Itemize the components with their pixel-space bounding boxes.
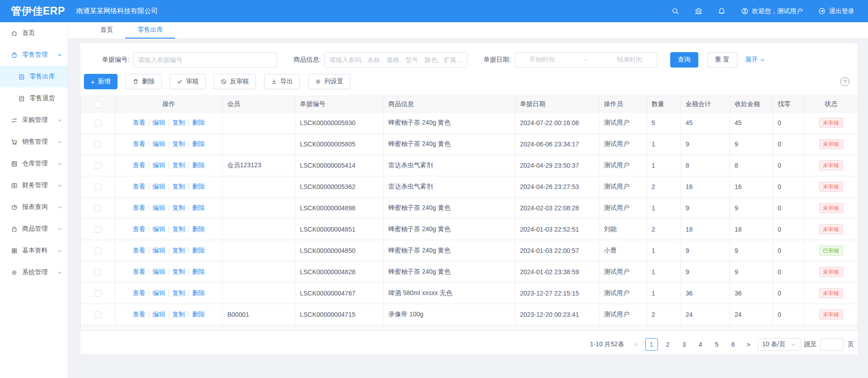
search-icon[interactable]	[672, 7, 679, 15]
date-range-input[interactable]: 开始时间 ~ 结束时间	[515, 52, 657, 68]
sidebar-item-retail-outbound[interactable]: 零售出库	[0, 66, 68, 87]
bell-icon[interactable]	[718, 7, 726, 15]
user-welcome[interactable]: 欢迎您，测试用户	[741, 7, 803, 15]
sidebar-item-sales-management[interactable]: 销售管理	[0, 131, 68, 153]
delete-link[interactable]: 删除	[192, 289, 205, 296]
sidebar-item-warehouse-management[interactable]: 仓库管理	[0, 153, 68, 174]
view-link[interactable]: 查看	[133, 140, 146, 147]
select-all-checkbox[interactable]	[94, 101, 101, 108]
page-button-3[interactable]: 3	[678, 338, 691, 351]
edit-link[interactable]: 编辑	[152, 140, 165, 147]
view-link[interactable]: 查看	[133, 119, 146, 126]
expand-link[interactable]: 展开	[745, 56, 765, 64]
total-cell: 9	[681, 262, 730, 283]
row-checkbox[interactable]	[94, 247, 101, 254]
page-button-6[interactable]: 6	[727, 338, 740, 351]
edit-link[interactable]: 编辑	[152, 310, 165, 318]
jump-page-input[interactable]	[820, 338, 844, 351]
status-badge: 未审核	[819, 139, 843, 149]
edit-link[interactable]: 编辑	[152, 289, 165, 296]
row-checkbox[interactable]	[94, 205, 101, 212]
row-checkbox[interactable]	[94, 290, 101, 297]
search-button[interactable]: 查询	[670, 52, 698, 68]
sidebar-item-goods-management[interactable]: 商品管理	[0, 218, 68, 240]
product-info-input[interactable]	[324, 52, 467, 68]
bill-no-input[interactable]	[133, 52, 277, 68]
view-link[interactable]: 查看	[133, 225, 146, 233]
audit-button[interactable]: 审核	[170, 74, 206, 89]
copy-link[interactable]: 复制	[172, 140, 185, 147]
delete-link[interactable]: 删除	[192, 183, 205, 190]
copy-link[interactable]: 复制	[172, 225, 185, 233]
copy-link[interactable]: 复制	[172, 183, 185, 190]
delete-link[interactable]: 删除	[192, 310, 205, 318]
row-checkbox[interactable]	[94, 184, 101, 190]
view-link[interactable]: 查看	[133, 204, 146, 211]
page-button-4[interactable]: 4	[694, 338, 707, 351]
prev-page-button[interactable]: <	[631, 341, 642, 348]
page-size-select[interactable]: 10 条/页	[758, 338, 800, 351]
view-link[interactable]: 查看	[133, 161, 146, 169]
bill-no-cell: LSCK00000004850	[295, 240, 384, 262]
copy-link[interactable]: 复制	[172, 310, 185, 318]
row-checkbox[interactable]	[94, 226, 101, 233]
edit-link[interactable]: 编辑	[152, 247, 165, 254]
copy-link[interactable]: 复制	[172, 161, 185, 169]
edit-link[interactable]: 编辑	[152, 225, 165, 233]
row-checkbox[interactable]	[94, 269, 101, 276]
sidebar-item-finance-management[interactable]: 财务管理	[0, 174, 68, 196]
total-cell: 16	[681, 176, 730, 198]
add-button[interactable]: + 新增	[84, 74, 118, 89]
row-checkbox[interactable]	[94, 141, 101, 148]
view-link[interactable]: 查看	[133, 183, 146, 190]
delete-link[interactable]: 删除	[192, 140, 205, 147]
edit-link[interactable]: 编辑	[152, 161, 165, 169]
sidebar-item-basic-data[interactable]: 基本资料	[0, 240, 68, 262]
edit-link[interactable]: 编辑	[152, 119, 165, 126]
sidebar-item-retail-management[interactable]: 零售管理	[0, 44, 68, 66]
copy-link[interactable]: 复制	[172, 247, 185, 254]
tab-retail-outbound[interactable]: 零售出库	[125, 22, 175, 39]
sidebar-item-retail-return[interactable]: 零售退货	[0, 87, 68, 109]
row-checkbox[interactable]	[94, 162, 101, 169]
export-button[interactable]: 导出	[264, 74, 300, 89]
table-scrollbar[interactable]	[80, 325, 858, 331]
edit-link[interactable]: 编辑	[152, 204, 165, 211]
row-checkbox[interactable]	[94, 120, 101, 126]
delete-link[interactable]: 删除	[192, 268, 205, 275]
operator-cell: 测试用户	[599, 198, 647, 219]
date-cell: 2024-04-29 23:50:37	[515, 155, 599, 176]
page-button-2[interactable]: 2	[662, 338, 674, 351]
logout-button[interactable]: 退出登录	[818, 7, 854, 15]
view-link[interactable]: 查看	[133, 268, 146, 275]
copy-link[interactable]: 复制	[172, 119, 185, 126]
unaudit-button[interactable]: 反审核	[214, 74, 256, 89]
delete-link[interactable]: 删除	[192, 247, 205, 254]
copy-link[interactable]: 复制	[172, 268, 185, 275]
sidebar-item-system-management[interactable]: 系统管理	[0, 262, 68, 283]
delete-link[interactable]: 删除	[192, 119, 205, 126]
copy-link[interactable]: 复制	[172, 289, 185, 296]
help-icon[interactable]: ?	[840, 77, 849, 86]
next-page-button[interactable]: >	[743, 341, 754, 348]
column-settings-button[interactable]: 列设置	[308, 74, 350, 89]
bank-icon[interactable]	[695, 7, 702, 15]
delete-button[interactable]: 删除	[126, 74, 162, 89]
copy-link[interactable]: 复制	[172, 204, 185, 211]
sidebar-item-purchase-management[interactable]: 采购管理	[0, 109, 68, 131]
page-button-5[interactable]: 5	[711, 338, 723, 351]
sidebar-item-home[interactable]: 首页	[0, 22, 68, 44]
delete-link[interactable]: 删除	[192, 225, 205, 233]
edit-link[interactable]: 编辑	[152, 268, 165, 275]
page-button-1[interactable]: 1	[645, 338, 658, 351]
view-link[interactable]: 查看	[133, 310, 146, 318]
view-link[interactable]: 查看	[133, 289, 146, 296]
edit-link[interactable]: 编辑	[152, 183, 165, 190]
delete-link[interactable]: 删除	[192, 204, 205, 211]
sidebar-item-report-query[interactable]: 报表查询	[0, 196, 68, 218]
view-link[interactable]: 查看	[133, 247, 146, 254]
delete-link[interactable]: 删除	[192, 161, 205, 169]
row-checkbox[interactable]	[94, 311, 101, 318]
tab-home[interactable]: 首页	[88, 22, 125, 39]
reset-button[interactable]: 重 置	[707, 52, 737, 68]
